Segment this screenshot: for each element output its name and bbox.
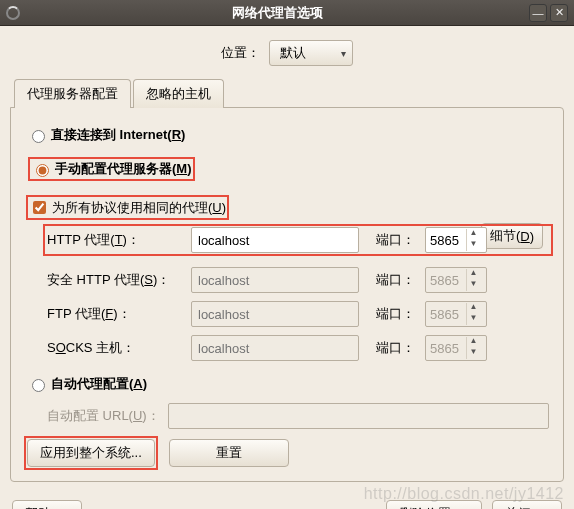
http-proxy-label: HTTP 代理(T)： (47, 231, 183, 249)
help-button[interactable]: 帮助(H) (12, 500, 82, 509)
chevron-down-icon: ▼ (467, 280, 480, 291)
http-port-spin[interactable]: ▲▼ (425, 227, 487, 253)
chevron-down-icon: ▼ (467, 314, 480, 325)
http-port-label: 端口： (367, 231, 417, 249)
radio-direct[interactable] (32, 130, 45, 143)
ftp-proxy-label: FTP 代理(F)： (47, 305, 183, 323)
location-combo[interactable]: 默认 ▾ (269, 40, 353, 66)
ftp-proxy-input (191, 301, 359, 327)
reset-button[interactable]: 重置 (169, 439, 289, 467)
loading-spinner-icon (6, 6, 20, 20)
socks-host-label: SOCKS 主机： (47, 339, 183, 357)
socks-host-input (191, 335, 359, 361)
http-port-input[interactable] (426, 233, 466, 248)
location-value: 默认 (280, 44, 306, 62)
close-window-button[interactable]: ✕ (550, 4, 568, 22)
delete-location-button[interactable]: 删除位置(D) (386, 500, 482, 509)
socks-port-label: 端口： (367, 339, 417, 357)
https-proxy-label: 安全 HTTP 代理(S)： (47, 271, 183, 289)
location-row: 位置： 默认 ▾ (10, 40, 564, 66)
tab-ignore-hosts[interactable]: 忽略的主机 (133, 79, 224, 108)
chevron-down-icon: ▼ (467, 348, 480, 359)
auto-config-label: 自动配置 URL(U)： (47, 407, 160, 425)
auto-config-row: 自动配置 URL(U)： (47, 403, 549, 429)
tab-panel: 直接连接到 Internet(R) 手动配置代理服务器(M) 为所有协议使用相同… (10, 107, 564, 482)
socks-port-spin: ▲▼ (425, 335, 487, 361)
chevron-down-icon: ▾ (341, 48, 346, 59)
https-port-input (426, 273, 466, 288)
close-button[interactable]: 关闭(C) (492, 500, 562, 509)
apply-system-button[interactable]: 应用到整个系统... (27, 439, 155, 467)
option-direct[interactable]: 直接连接到 Internet(R) (27, 126, 549, 144)
option-manual[interactable]: 手动配置代理服务器(M) (29, 158, 194, 180)
minimize-button[interactable]: — (529, 4, 547, 22)
checkbox-same-proxy[interactable]: 为所有协议使用相同的代理(U) (27, 196, 228, 219)
chevron-down-icon[interactable]: ▼ (467, 240, 480, 251)
option-auto[interactable]: 自动代理配置(A) (27, 375, 549, 393)
http-proxy-input[interactable] (191, 227, 359, 253)
check-same-proxy[interactable] (33, 201, 46, 214)
https-proxy-input (191, 267, 359, 293)
tabstrip: 代理服务器配置 忽略的主机 (10, 78, 564, 107)
https-port-label: 端口： (367, 271, 417, 289)
titlebar: 网络代理首选项 — ✕ (0, 0, 574, 26)
tab-proxy-config[interactable]: 代理服务器配置 (14, 79, 131, 108)
window-title: 网络代理首选项 (28, 4, 526, 22)
ftp-port-input (426, 307, 466, 322)
dialog-footer: 帮助(H) 删除位置(D) 关闭(C) (0, 490, 574, 509)
https-port-spin: ▲▼ (425, 267, 487, 293)
radio-manual[interactable] (36, 164, 49, 177)
auto-config-url-input (168, 403, 549, 429)
ftp-port-spin: ▲▼ (425, 301, 487, 327)
ftp-port-label: 端口： (367, 305, 417, 323)
socks-port-input (426, 341, 466, 356)
location-label: 位置： (221, 45, 260, 60)
radio-auto[interactable] (32, 379, 45, 392)
